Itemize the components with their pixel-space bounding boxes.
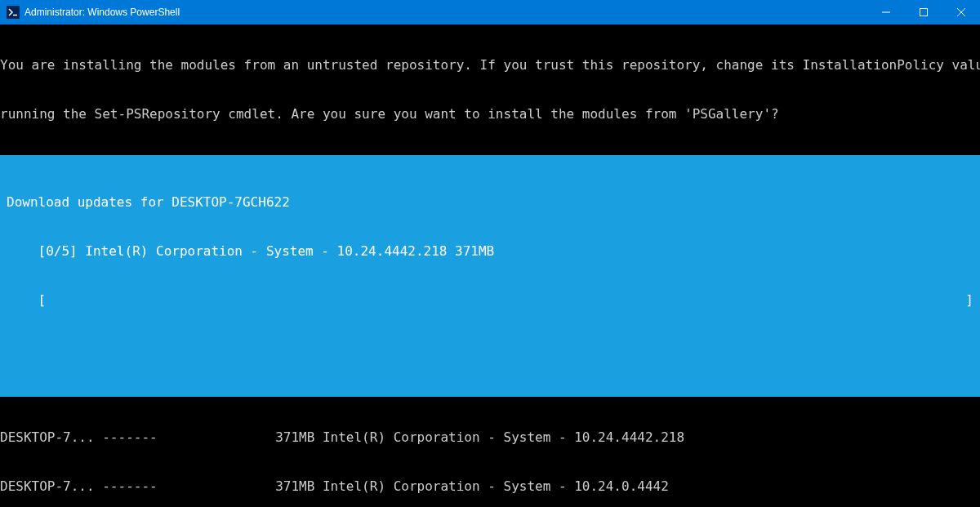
maximize-button[interactable] xyxy=(905,0,942,24)
table-row: DESKTOP-7... ------- 371MB Intel(R) Corp… xyxy=(0,478,980,495)
progress-title: Download updates for DESKTOP-7GCH622 xyxy=(0,194,980,211)
close-button[interactable] xyxy=(942,0,980,24)
table-row: DESKTOP-7... ------- 371MB Intel(R) Corp… xyxy=(0,429,980,446)
progress-bar: [ ] xyxy=(0,292,980,309)
warning-line: running the Set-PSRepository cmdlet. Are… xyxy=(0,106,980,122)
terminal-output[interactable]: You are installing the modules from an u… xyxy=(0,24,980,507)
progress-panel: Download updates for DESKTOP-7GCH622 [0/… xyxy=(0,155,980,397)
minimize-button[interactable] xyxy=(867,0,905,24)
svg-rect-3 xyxy=(920,9,928,16)
progress-bar-fill xyxy=(46,292,965,309)
progress-bracket-left: [ xyxy=(7,292,46,309)
powershell-icon xyxy=(7,6,20,19)
progress-blank xyxy=(0,341,980,358)
progress-bracket-right: ] xyxy=(965,292,973,309)
progress-item: [0/5] Intel(R) Corporation - System - 10… xyxy=(0,243,980,260)
warning-line: You are installing the modules from an u… xyxy=(0,57,980,73)
window-titlebar: Administrator: Windows PowerShell xyxy=(0,0,980,24)
window-title: Administrator: Windows PowerShell xyxy=(24,4,180,20)
